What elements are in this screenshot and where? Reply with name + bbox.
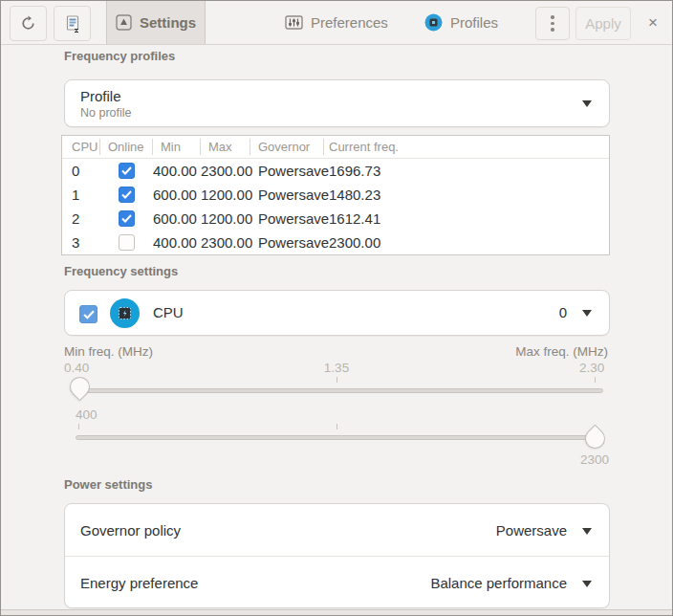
power-settings-title: Power settings [64,477,152,492]
max-freq-slider-track[interactable] [76,435,603,440]
energy-preference-label: Energy preference [80,575,198,591]
governor: Powersave [250,163,324,179]
min-freq: 600.00 [153,187,201,203]
col-online: Online [100,139,153,155]
sliders-icon [285,14,303,31]
cpu-id: 0 [62,163,100,179]
cpu-selector-label: CPU [153,304,184,320]
check-icon [83,310,95,319]
menu-button[interactable] [535,7,570,40]
max-freq: 2300.00 [201,163,250,179]
online-checkbox[interactable] [119,234,135,251]
gauge-icon [116,14,132,31]
tab-preferences[interactable]: Preferences [285,1,388,44]
profile-dropdown-value: No profile [80,106,132,120]
cpu-chip-icon [110,298,140,328]
governor-policy-label: Governor policy [80,522,181,539]
min-scale-start: 0.40 [64,361,89,375]
close-icon: × [648,13,658,33]
close-button[interactable]: × [639,7,667,38]
frequency-profiles-title: Frequency profiles [64,49,175,63]
table-row-cpu2[interactable]: 2 600.00 1200.00 Powersave 1612.41 [62,207,609,231]
min-freq: 600.00 [153,210,201,227]
col-governor: Governor [250,139,324,155]
min-freq: 400.00 [153,163,201,179]
tab-profiles[interactable]: Profiles [424,1,498,44]
scale-tick [595,377,596,383]
refresh-icon [20,15,36,32]
col-cpu: CPU [62,139,100,155]
max-freq: 2300.00 [201,234,250,251]
frequency-settings-title: Frequency settings [64,264,178,278]
online-checkbox[interactable] [119,163,135,179]
check-icon [121,166,132,175]
min-scale-mid: 1.35 [324,361,349,375]
min-freq-slider-track[interactable] [76,388,603,393]
min-freq-label: Min freq. (MHz) [64,344,153,359]
cpu-enable-checkbox[interactable] [79,305,98,323]
chevron-down-icon [582,528,592,535]
chevron-down-icon[interactable] [582,310,592,317]
check-icon [121,190,132,199]
cpu-selector-value: 0 [559,304,567,320]
profiles-chip-icon [424,13,443,32]
window-bottom-edge [1,609,672,615]
max-freq-label: Max freq. (MHz) [515,344,608,359]
min-freq: 400.00 [153,234,201,251]
current-freq: 1612.41 [324,210,609,227]
col-min: Min [153,139,201,155]
min-freq-slider-handle[interactable] [66,373,95,402]
current-freq: 1480.23 [324,187,609,203]
max-freq-slider-handle[interactable] [581,425,610,453]
col-current-freq: Current freq. [324,139,609,155]
header-bar: Settings Preferences Profiles [1,1,672,45]
tab-settings[interactable]: Settings [106,1,206,44]
energy-preference-dropdown[interactable]: Energy preference Balance performance [65,557,609,608]
profile-dropdown-title: Profile [80,88,121,104]
scale-tick [78,424,79,429]
check-icon [121,214,132,223]
table-row-cpu0[interactable]: 0 400.00 2300.00 Powersave 1696.73 [62,159,609,183]
refresh-button[interactable] [10,6,47,41]
current-freq: 2300.00 [324,234,609,251]
col-max: Max [201,139,250,155]
log-button[interactable] [54,6,91,41]
table-row-cpu3[interactable]: 3 400.00 2300.00 Powersave 2300.00 [62,231,609,254]
tab-settings-label: Settings [140,14,196,31]
apply-button[interactable]: Apply [575,7,631,40]
profile-dropdown[interactable]: Profile No profile [64,79,610,127]
max-freq: 1200.00 [201,187,250,203]
cpu-id: 3 [62,234,100,251]
energy-preference-value: Balance performance [430,575,567,591]
table-row-cpu1[interactable]: 1 600.00 1200.00 Powersave 1480.23 [62,183,609,207]
max-freq: 1200.00 [201,210,250,227]
chevron-down-icon [582,581,592,587]
governor-policy-value: Powersave [496,522,567,539]
cpu-id: 1 [62,187,100,203]
cpu-table: CPU Online Min Max Governor Current freq… [61,135,610,255]
cpupower-window: Settings Preferences Profiles [0,0,673,616]
scale-tick [336,424,337,429]
max-scale-start: 400 [76,407,98,422]
chevron-down-icon [582,100,592,107]
governor-policy-dropdown[interactable]: Governor policy Powersave [65,504,609,556]
kebab-icon [551,15,554,19]
governor: Powersave [250,234,324,251]
power-settings-card: Governor policy Powersave Energy prefere… [64,503,610,608]
online-checkbox[interactable] [119,210,135,227]
governor: Powersave [250,187,324,203]
tab-profiles-label: Profiles [450,14,498,31]
min-scale-end: 2.30 [579,361,604,375]
online-checkbox[interactable] [119,187,135,203]
apply-button-label: Apply [585,15,621,32]
cpu-id: 2 [62,210,100,227]
tab-preferences-label: Preferences [311,14,388,31]
scale-tick [336,377,337,383]
cpu-selector-card: CPU 0 [64,290,610,336]
governor: Powersave [250,210,324,227]
current-freq: 1696.73 [324,163,609,179]
document-icon [65,15,80,33]
cpu-table-header: CPU Online Min Max Governor Current freq… [62,136,609,159]
max-scale-end: 2300 [580,452,609,467]
